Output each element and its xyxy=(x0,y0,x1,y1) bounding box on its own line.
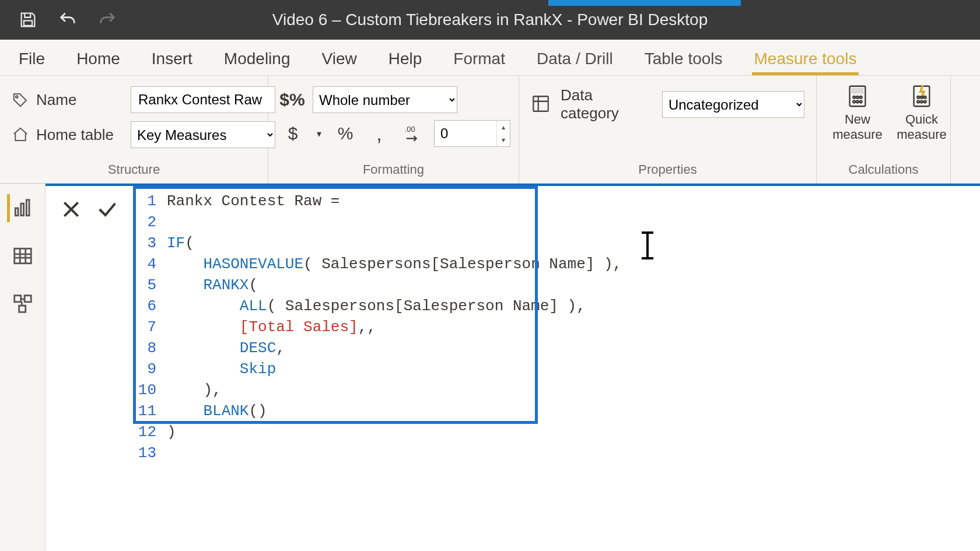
svg-point-10 xyxy=(856,101,859,103)
ribbon-group-formatting: $% Whole number $ ▾ % , .00 xyxy=(268,76,519,183)
code-line[interactable]: RANKX( xyxy=(167,275,980,296)
line-number: 1 xyxy=(133,191,156,212)
menu-table-tools[interactable]: Table tools xyxy=(642,44,725,75)
code-line[interactable]: HASONEVALUE( Salespersons[Salesperson Na… xyxy=(167,254,980,275)
new-measure-button[interactable]: New measure xyxy=(828,83,887,143)
thousands-button[interactable]: , xyxy=(366,121,392,146)
line-number: 7 xyxy=(133,317,156,338)
svg-point-7 xyxy=(856,96,859,99)
svg-text:.00: .00 xyxy=(405,125,415,134)
line-number: 13 xyxy=(133,443,156,464)
report-view-button[interactable] xyxy=(7,194,35,222)
code-line[interactable]: ), xyxy=(167,380,980,401)
menu-file[interactable]: File xyxy=(16,44,47,75)
model-view-button[interactable] xyxy=(9,290,37,318)
line-number: 5 xyxy=(133,275,156,296)
ribbon-group-label: Properties xyxy=(531,162,804,180)
dax-editor[interactable]: 12345678910111213 Rankx Contest Raw = IF… xyxy=(133,186,980,551)
format-icon: $% xyxy=(280,87,304,112)
svg-rect-20 xyxy=(20,203,23,216)
quick-measure-label: Quick measure xyxy=(897,112,947,143)
code-area[interactable]: Rankx Contest Raw = IF( HASONEVALUE( Sal… xyxy=(161,186,980,551)
data-category-select[interactable]: Uncategorized xyxy=(662,91,804,118)
menu-data-drill[interactable]: Data / Drill xyxy=(534,44,615,75)
line-number: 6 xyxy=(133,296,156,317)
code-line[interactable]: Skip xyxy=(167,359,980,380)
menu-insert[interactable]: Insert xyxy=(149,44,195,75)
ribbon-group-structure: Name Home table Key Measures Structure xyxy=(0,76,268,183)
menu-bar: FileHomeInsertModelingViewHelpFormatData… xyxy=(0,40,980,76)
svg-point-11 xyxy=(860,101,862,103)
svg-rect-23 xyxy=(14,296,20,302)
title-bar: Video 6 – Custom Tiebreakers in RankX - … xyxy=(0,0,980,40)
save-icon[interactable] xyxy=(16,8,40,31)
svg-rect-21 xyxy=(26,200,29,216)
percent-button[interactable]: % xyxy=(332,121,358,146)
code-line[interactable]: IF( xyxy=(167,233,980,254)
share-banner xyxy=(548,0,741,6)
home-table-select[interactable]: Key Measures xyxy=(131,121,275,148)
cancel-formula-button[interactable] xyxy=(56,194,86,224)
menu-measure-tools[interactable]: Measure tools xyxy=(752,44,859,75)
decimal-button[interactable]: .00 xyxy=(400,121,426,146)
data-category-label: Data category xyxy=(561,86,653,122)
svg-point-9 xyxy=(853,101,855,103)
currency-dropdown-icon[interactable]: ▾ xyxy=(314,121,324,146)
menu-help[interactable]: Help xyxy=(386,44,425,75)
name-label: Name xyxy=(36,91,124,109)
ribbon-group-calculations: New measure Quick measure Calculations xyxy=(817,76,951,183)
menu-home[interactable]: Home xyxy=(74,44,123,75)
menu-view[interactable]: View xyxy=(320,44,359,75)
code-line[interactable]: [Total Sales],, xyxy=(167,317,980,338)
line-number: 3 xyxy=(133,233,156,254)
menu-format[interactable]: Format xyxy=(451,44,508,75)
code-line[interactable]: ALL( Salespersons[Salesperson Name] ), xyxy=(167,296,980,317)
code-line[interactable]: DESC, xyxy=(167,338,980,359)
svg-point-18 xyxy=(924,101,926,103)
decimals-spinner[interactable]: ▴ ▾ xyxy=(434,120,510,147)
quick-measure-button[interactable]: Quick measure xyxy=(892,83,951,143)
ribbon-group-label: Calculations xyxy=(828,162,939,180)
svg-rect-19 xyxy=(15,208,18,216)
svg-point-15 xyxy=(924,96,926,99)
window-title: Video 6 – Custom Tiebreakers in RankX - … xyxy=(272,10,708,29)
redo-icon xyxy=(96,8,119,31)
svg-point-8 xyxy=(860,96,862,99)
line-number-gutter: 12345678910111213 xyxy=(133,186,161,551)
code-line[interactable]: ) xyxy=(167,422,980,443)
spinner-down-icon[interactable]: ▾ xyxy=(497,134,510,146)
line-number: 11 xyxy=(133,401,156,422)
svg-point-16 xyxy=(917,101,919,103)
spinner-up-icon[interactable]: ▴ xyxy=(497,121,510,134)
home-table-label: Home table xyxy=(36,126,124,144)
ribbon-group-properties: Data category Uncategorized Properties xyxy=(519,76,817,183)
svg-point-17 xyxy=(921,101,923,103)
measure-name-input[interactable] xyxy=(131,86,275,113)
main-area: 12345678910111213 Rankx Contest Raw = IF… xyxy=(0,184,980,551)
svg-rect-24 xyxy=(24,296,31,302)
ribbon-group-label: Structure xyxy=(12,162,256,180)
home-table-icon xyxy=(12,126,29,143)
data-view-button[interactable] xyxy=(9,242,37,270)
code-line[interactable] xyxy=(167,443,980,464)
undo-icon[interactable] xyxy=(56,8,79,31)
line-number: 10 xyxy=(133,380,156,401)
commit-formula-button[interactable] xyxy=(92,194,123,224)
new-measure-label: New measure xyxy=(832,112,883,143)
ribbon-group-label: Formatting xyxy=(280,162,507,180)
tag-icon xyxy=(12,91,29,108)
currency-button[interactable]: $ xyxy=(280,121,306,146)
menu-modeling[interactable]: Modeling xyxy=(222,44,293,75)
line-number: 12 xyxy=(133,422,156,443)
svg-rect-0 xyxy=(24,20,32,26)
code-line[interactable]: Rankx Contest Raw = xyxy=(167,191,980,212)
line-number: 4 xyxy=(133,254,156,275)
formula-commit-bar xyxy=(46,186,133,551)
code-line[interactable]: BLANK() xyxy=(167,401,980,422)
ribbon: Name Home table Key Measures Structure xyxy=(0,76,980,184)
decimals-input[interactable] xyxy=(435,125,496,142)
data-type-select[interactable]: Whole number xyxy=(313,86,457,113)
view-switcher xyxy=(0,184,46,551)
code-line[interactable] xyxy=(167,212,980,233)
line-number: 9 xyxy=(133,359,156,380)
